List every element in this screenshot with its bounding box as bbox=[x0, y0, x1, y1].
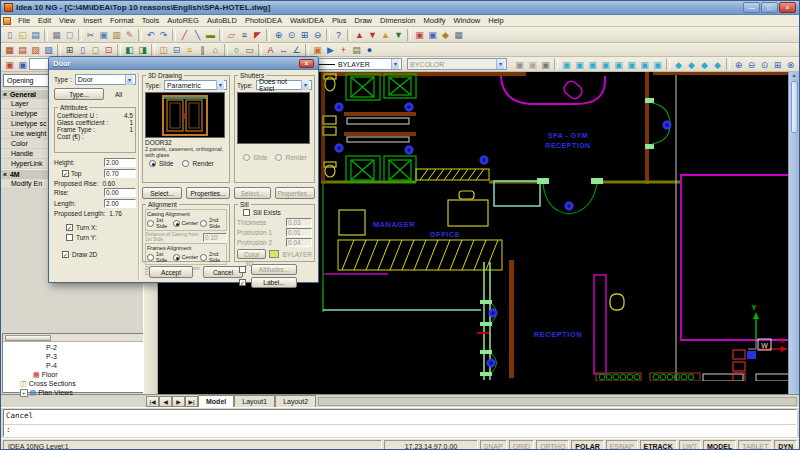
railing-icon[interactable]: ∥ bbox=[196, 43, 209, 56]
drawing-horizontal-scrollbar[interactable] bbox=[318, 397, 797, 406]
opening-icon[interactable]: ⊡ bbox=[102, 43, 115, 56]
window-sill-icon[interactable]: ⊟ bbox=[170, 43, 183, 56]
toolbar-icon[interactable] bbox=[726, 58, 730, 70]
menu-item[interactable]: Help bbox=[484, 16, 507, 25]
toolbar-icon[interactable] bbox=[305, 44, 309, 56]
marker-up-icon[interactable]: ▲ bbox=[379, 28, 392, 41]
toolbar-icon[interactable] bbox=[219, 29, 223, 41]
toolbar-icon[interactable] bbox=[347, 29, 351, 41]
casing-1st-side-radio[interactable] bbox=[147, 220, 154, 227]
dialog-close-icon[interactable]: × bbox=[299, 59, 314, 68]
view-bottom-icon[interactable]: ▣ bbox=[573, 58, 586, 71]
view-left-icon[interactable]: ▣ bbox=[586, 58, 599, 71]
layers-icon[interactable]: ▤ bbox=[350, 43, 363, 56]
wall-edit-icon[interactable]: ▧ bbox=[29, 43, 42, 56]
grid-icon[interactable]: ⊞ bbox=[63, 43, 76, 56]
toolbar-icon[interactable] bbox=[407, 29, 411, 41]
color-combo[interactable]: BYCOLOR bbox=[407, 58, 507, 70]
photoidea-icon[interactable]: ▣ bbox=[311, 43, 324, 56]
iso-ne-icon[interactable]: ◆ bbox=[672, 58, 685, 71]
toolbar-icon[interactable] bbox=[326, 29, 330, 41]
zoom-window-icon[interactable]: ⊞ bbox=[298, 28, 311, 41]
zoom-all-icon[interactable]: ⊙ bbox=[758, 58, 771, 71]
menu-item[interactable]: Edit bbox=[34, 16, 55, 25]
toolbar-icon[interactable] bbox=[258, 44, 262, 56]
toggle-dyn[interactable]: DYN bbox=[774, 440, 797, 450]
view-sw-iso-icon[interactable]: ▣ bbox=[638, 58, 651, 71]
walkidea-icon[interactable]: ▶ bbox=[324, 43, 337, 56]
render-view-icon[interactable]: ▣ bbox=[3, 58, 16, 71]
toggle-etrack[interactable]: ETRACK bbox=[640, 440, 677, 450]
level-up-icon[interactable]: ▲ bbox=[353, 28, 366, 41]
toolbar-icon[interactable] bbox=[554, 58, 558, 70]
tab-layout1[interactable]: Layout1 bbox=[234, 395, 275, 407]
turn-y-checkbox[interactable] bbox=[66, 234, 73, 241]
sill-exists-checkbox[interactable] bbox=[243, 209, 250, 216]
toolbar-icon[interactable] bbox=[266, 29, 270, 41]
toolbar-icon[interactable] bbox=[57, 44, 61, 56]
info-icon[interactable]: ● bbox=[363, 43, 376, 56]
view-se-iso-icon[interactable]: ▣ bbox=[651, 58, 664, 71]
new-file-icon[interactable]: ▯ bbox=[3, 28, 16, 41]
level-down-icon[interactable]: ▼ bbox=[366, 28, 379, 41]
tab-model[interactable]: Model bbox=[198, 395, 234, 407]
cut-icon[interactable]: ✂ bbox=[84, 28, 97, 41]
menu-item[interactable]: AutoBLD bbox=[203, 16, 241, 25]
tab-layout2[interactable]: Layout2 bbox=[275, 395, 316, 407]
render-radio[interactable] bbox=[182, 160, 189, 167]
redo-icon[interactable]: ↷ bbox=[157, 28, 170, 41]
zoom-selected-icon[interactable]: ⊗ bbox=[784, 58, 797, 71]
draw-blue-icon[interactable]: ╲ bbox=[191, 28, 204, 41]
toggle-snap[interactable]: SNAP bbox=[480, 440, 507, 450]
toggle-esnap[interactable]: ESNAP bbox=[606, 440, 638, 450]
tree-item-p2[interactable]: P-2 bbox=[3, 343, 155, 352]
toolbar-icon[interactable] bbox=[666, 58, 670, 70]
view-back-icon[interactable]: ▣ bbox=[625, 58, 638, 71]
open-folder-icon[interactable]: ◱ bbox=[16, 28, 29, 41]
shade-gouraud-icon[interactable]: ▣ bbox=[526, 58, 539, 71]
type-button[interactable]: Type... bbox=[54, 88, 104, 100]
roof-icon[interactable]: ⌂ bbox=[209, 43, 222, 56]
last-tab-button[interactable]: ▶| bbox=[185, 396, 198, 407]
toggle-lwt[interactable]: LWT bbox=[679, 440, 701, 450]
menu-item[interactable]: File bbox=[14, 16, 34, 25]
module-gray-icon[interactable]: ▦ bbox=[452, 28, 465, 41]
tree-item-cross-sections[interactable]: ◫ Cross Sections bbox=[3, 379, 155, 388]
first-tab-button[interactable]: |◀ bbox=[146, 396, 159, 407]
iso-se-icon[interactable]: ◆ bbox=[711, 58, 724, 71]
text-icon[interactable]: A bbox=[264, 43, 277, 56]
top-checkbox[interactable] bbox=[62, 170, 69, 177]
wall-icon[interactable]: ▦ bbox=[3, 43, 16, 56]
rise-input[interactable]: 0.00 bbox=[104, 188, 136, 197]
toolbar-icon[interactable] bbox=[151, 44, 155, 56]
menu-item[interactable]: WalkIDEA bbox=[286, 16, 328, 25]
view-top-icon[interactable]: ▣ bbox=[560, 58, 573, 71]
furniture-icon[interactable]: ▭ bbox=[243, 43, 256, 56]
print-preview-icon[interactable]: ◻ bbox=[63, 28, 76, 41]
menu-item[interactable]: Plus bbox=[328, 16, 351, 25]
paste-icon[interactable]: ▥ bbox=[110, 28, 123, 41]
linetype-combo[interactable]: BYLAYER bbox=[306, 58, 402, 70]
tree-item-floor[interactable]: ▦ Floor bbox=[3, 370, 155, 379]
zoom-previous-icon[interactable]: ⊖ bbox=[311, 28, 324, 41]
altitudes-checkbox[interactable] bbox=[239, 266, 246, 273]
tree-horizontal-scrollbar[interactable] bbox=[3, 334, 155, 342]
zoom-window2-icon[interactable]: ⊞ bbox=[771, 58, 784, 71]
menu-item[interactable]: View bbox=[55, 16, 79, 25]
zoom-out-icon[interactable]: ⊖ bbox=[745, 58, 758, 71]
toolbar-icon[interactable] bbox=[44, 29, 48, 41]
toolbar-icon[interactable] bbox=[172, 29, 176, 41]
zoom-extents-icon[interactable]: ⊙ bbox=[285, 28, 298, 41]
prev-tab-button[interactable]: ◀ bbox=[159, 396, 172, 407]
frames-2nd-side-radio[interactable] bbox=[200, 254, 207, 261]
ruler-icon[interactable]: ▬ bbox=[204, 28, 217, 41]
tree-item-plan-views[interactable]: + ▤ Plan Views bbox=[3, 388, 155, 397]
menu-item[interactable]: Dimension bbox=[376, 16, 419, 25]
draw-2d-checkbox[interactable] bbox=[62, 251, 69, 258]
menu-item[interactable]: Modify bbox=[419, 16, 449, 25]
3d-type-combo[interactable]: Parametric bbox=[164, 80, 227, 90]
module-gold-icon[interactable]: ◆ bbox=[439, 28, 452, 41]
casing-center-radio[interactable] bbox=[173, 220, 180, 227]
dimension-icon[interactable]: ↔ bbox=[277, 43, 290, 56]
next-tab-button[interactable]: ▶ bbox=[172, 396, 185, 407]
